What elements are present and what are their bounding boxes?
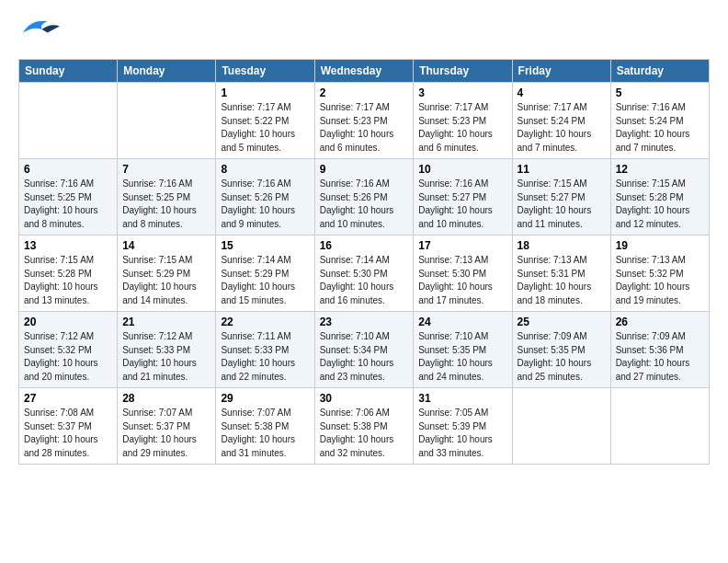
day-cell: 25Sunrise: 7:09 AM Sunset: 5:35 PM Dayli… bbox=[512, 312, 610, 388]
day-cell: 22Sunrise: 7:11 AM Sunset: 5:33 PM Dayli… bbox=[216, 312, 314, 388]
day-number: 29 bbox=[221, 392, 309, 405]
day-cell: 6Sunrise: 7:16 AM Sunset: 5:25 PM Daylig… bbox=[19, 159, 118, 236]
day-number: 21 bbox=[122, 316, 210, 328]
day-cell: 26Sunrise: 7:09 AM Sunset: 5:36 PM Dayli… bbox=[610, 312, 709, 388]
day-cell: 8Sunrise: 7:16 AM Sunset: 5:26 PM Daylig… bbox=[216, 159, 314, 236]
col-header-wednesday: Wednesday bbox=[314, 60, 414, 83]
page-header bbox=[18, 15, 710, 52]
day-cell: 1Sunrise: 7:17 AM Sunset: 5:22 PM Daylig… bbox=[216, 83, 314, 159]
day-cell: 20Sunrise: 7:12 AM Sunset: 5:32 PM Dayli… bbox=[19, 312, 118, 388]
day-number: 31 bbox=[418, 392, 506, 405]
day-info: Sunrise: 7:16 AM Sunset: 5:25 PM Dayligh… bbox=[24, 178, 112, 231]
day-number: 23 bbox=[320, 316, 409, 328]
day-number: 16 bbox=[320, 239, 409, 252]
day-cell: 3Sunrise: 7:17 AM Sunset: 5:23 PM Daylig… bbox=[414, 83, 512, 159]
day-number: 27 bbox=[24, 392, 112, 405]
day-cell: 14Sunrise: 7:15 AM Sunset: 5:29 PM Dayli… bbox=[118, 236, 216, 312]
week-row-3: 13Sunrise: 7:15 AM Sunset: 5:28 PM Dayli… bbox=[19, 236, 710, 312]
day-info: Sunrise: 7:13 AM Sunset: 5:30 PM Dayligh… bbox=[418, 254, 506, 307]
day-cell: 13Sunrise: 7:15 AM Sunset: 5:28 PM Dayli… bbox=[19, 236, 118, 312]
day-cell: 4Sunrise: 7:17 AM Sunset: 5:24 PM Daylig… bbox=[512, 83, 610, 159]
day-number: 25 bbox=[518, 316, 606, 328]
day-info: Sunrise: 7:13 AM Sunset: 5:32 PM Dayligh… bbox=[616, 254, 704, 307]
day-number: 20 bbox=[24, 316, 112, 328]
col-header-monday: Monday bbox=[118, 60, 216, 83]
day-info: Sunrise: 7:06 AM Sunset: 5:38 PM Dayligh… bbox=[320, 407, 409, 460]
day-info: Sunrise: 7:17 AM Sunset: 5:22 PM Dayligh… bbox=[221, 101, 309, 155]
day-info: Sunrise: 7:07 AM Sunset: 5:37 PM Dayligh… bbox=[122, 407, 210, 460]
day-number: 5 bbox=[616, 86, 704, 99]
day-cell bbox=[19, 83, 118, 159]
day-info: Sunrise: 7:08 AM Sunset: 5:37 PM Dayligh… bbox=[24, 407, 112, 460]
day-cell: 11Sunrise: 7:15 AM Sunset: 5:27 PM Dayli… bbox=[512, 159, 610, 236]
logo bbox=[18, 15, 68, 52]
day-number: 2 bbox=[320, 86, 409, 99]
day-cell: 7Sunrise: 7:16 AM Sunset: 5:25 PM Daylig… bbox=[118, 159, 216, 236]
day-number: 30 bbox=[320, 392, 409, 405]
day-number: 17 bbox=[418, 239, 506, 252]
day-number: 4 bbox=[518, 86, 606, 99]
day-cell: 5Sunrise: 7:16 AM Sunset: 5:24 PM Daylig… bbox=[610, 83, 709, 159]
day-cell: 23Sunrise: 7:10 AM Sunset: 5:34 PM Dayli… bbox=[314, 312, 414, 388]
col-header-friday: Friday bbox=[512, 60, 610, 83]
day-number: 13 bbox=[24, 239, 112, 252]
day-cell bbox=[512, 388, 610, 465]
day-number: 6 bbox=[24, 163, 112, 176]
day-info: Sunrise: 7:14 AM Sunset: 5:30 PM Dayligh… bbox=[320, 254, 409, 307]
day-info: Sunrise: 7:10 AM Sunset: 5:35 PM Dayligh… bbox=[418, 330, 506, 384]
day-info: Sunrise: 7:14 AM Sunset: 5:29 PM Dayligh… bbox=[221, 254, 309, 307]
day-cell: 15Sunrise: 7:14 AM Sunset: 5:29 PM Dayli… bbox=[216, 236, 314, 312]
day-cell: 18Sunrise: 7:13 AM Sunset: 5:31 PM Dayli… bbox=[512, 236, 610, 312]
day-info: Sunrise: 7:15 AM Sunset: 5:28 PM Dayligh… bbox=[616, 178, 704, 231]
day-number: 15 bbox=[221, 239, 309, 252]
day-number: 18 bbox=[518, 239, 606, 252]
col-header-tuesday: Tuesday bbox=[216, 60, 314, 83]
day-number: 24 bbox=[418, 316, 506, 328]
day-cell: 19Sunrise: 7:13 AM Sunset: 5:32 PM Dayli… bbox=[610, 236, 709, 312]
day-cell: 28Sunrise: 7:07 AM Sunset: 5:37 PM Dayli… bbox=[118, 388, 216, 465]
day-info: Sunrise: 7:17 AM Sunset: 5:23 PM Dayligh… bbox=[320, 101, 409, 155]
day-cell bbox=[118, 83, 216, 159]
week-row-4: 20Sunrise: 7:12 AM Sunset: 5:32 PM Dayli… bbox=[19, 312, 710, 388]
day-number: 14 bbox=[122, 239, 210, 252]
day-cell: 2Sunrise: 7:17 AM Sunset: 5:23 PM Daylig… bbox=[314, 83, 414, 159]
day-cell: 10Sunrise: 7:16 AM Sunset: 5:27 PM Dayli… bbox=[414, 159, 512, 236]
week-row-1: 1Sunrise: 7:17 AM Sunset: 5:22 PM Daylig… bbox=[19, 83, 710, 159]
day-info: Sunrise: 7:16 AM Sunset: 5:24 PM Dayligh… bbox=[616, 101, 704, 155]
day-cell: 21Sunrise: 7:12 AM Sunset: 5:33 PM Dayli… bbox=[118, 312, 216, 388]
calendar-header-row: SundayMondayTuesdayWednesdayThursdayFrid… bbox=[19, 60, 710, 83]
day-number: 11 bbox=[518, 163, 606, 176]
day-cell: 9Sunrise: 7:16 AM Sunset: 5:26 PM Daylig… bbox=[314, 159, 414, 236]
day-number: 9 bbox=[320, 163, 409, 176]
week-row-2: 6Sunrise: 7:16 AM Sunset: 5:25 PM Daylig… bbox=[19, 159, 710, 236]
day-info: Sunrise: 7:12 AM Sunset: 5:32 PM Dayligh… bbox=[24, 330, 112, 384]
day-info: Sunrise: 7:12 AM Sunset: 5:33 PM Dayligh… bbox=[122, 330, 210, 384]
day-info: Sunrise: 7:13 AM Sunset: 5:31 PM Dayligh… bbox=[518, 254, 606, 307]
day-info: Sunrise: 7:16 AM Sunset: 5:26 PM Dayligh… bbox=[221, 178, 309, 231]
col-header-thursday: Thursday bbox=[414, 60, 512, 83]
col-header-sunday: Sunday bbox=[19, 60, 118, 83]
day-cell bbox=[610, 388, 709, 465]
day-cell: 17Sunrise: 7:13 AM Sunset: 5:30 PM Dayli… bbox=[414, 236, 512, 312]
day-number: 7 bbox=[122, 163, 210, 176]
day-number: 19 bbox=[616, 239, 704, 252]
logo-icon bbox=[18, 15, 64, 52]
day-info: Sunrise: 7:11 AM Sunset: 5:33 PM Dayligh… bbox=[221, 330, 309, 384]
day-number: 28 bbox=[122, 392, 210, 405]
day-cell: 27Sunrise: 7:08 AM Sunset: 5:37 PM Dayli… bbox=[19, 388, 118, 465]
day-number: 8 bbox=[221, 163, 309, 176]
day-info: Sunrise: 7:16 AM Sunset: 5:26 PM Dayligh… bbox=[320, 178, 409, 231]
day-info: Sunrise: 7:17 AM Sunset: 5:23 PM Dayligh… bbox=[418, 101, 506, 155]
col-header-saturday: Saturday bbox=[610, 60, 709, 83]
day-info: Sunrise: 7:09 AM Sunset: 5:36 PM Dayligh… bbox=[616, 330, 704, 384]
day-info: Sunrise: 7:16 AM Sunset: 5:25 PM Dayligh… bbox=[122, 178, 210, 231]
day-number: 10 bbox=[418, 163, 506, 176]
day-cell: 30Sunrise: 7:06 AM Sunset: 5:38 PM Dayli… bbox=[314, 388, 414, 465]
day-number: 3 bbox=[418, 86, 506, 99]
day-info: Sunrise: 7:09 AM Sunset: 5:35 PM Dayligh… bbox=[518, 330, 606, 384]
day-number: 26 bbox=[616, 316, 704, 328]
day-number: 12 bbox=[616, 163, 704, 176]
day-info: Sunrise: 7:15 AM Sunset: 5:29 PM Dayligh… bbox=[122, 254, 210, 307]
day-cell: 24Sunrise: 7:10 AM Sunset: 5:35 PM Dayli… bbox=[414, 312, 512, 388]
day-cell: 29Sunrise: 7:07 AM Sunset: 5:38 PM Dayli… bbox=[216, 388, 314, 465]
